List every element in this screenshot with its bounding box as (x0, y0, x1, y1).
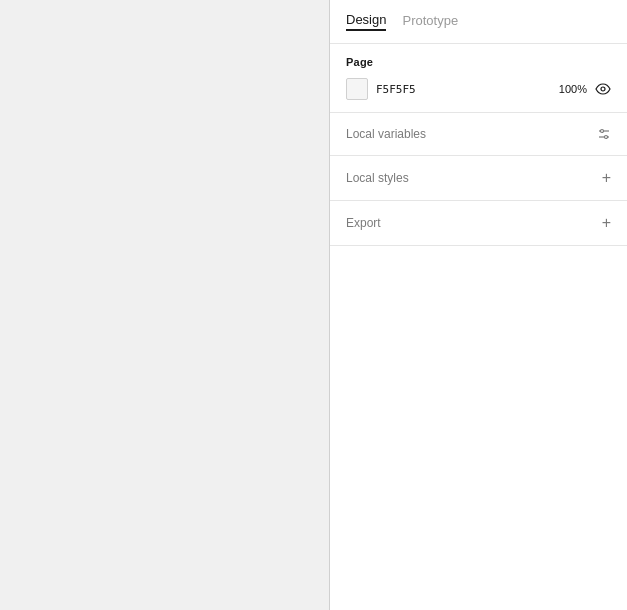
tab-bar: Design Prototype (330, 0, 627, 44)
page-opacity-value: 100% (559, 83, 587, 95)
local-variables-section[interactable]: Local variables (330, 113, 627, 156)
page-color-value: F5F5F5 (376, 83, 551, 96)
local-styles-add-icon[interactable]: + (602, 170, 611, 186)
page-section-title: Page (346, 56, 611, 68)
local-styles-label: Local styles (346, 171, 409, 185)
right-panel: Design Prototype Page F5F5F5 100% Local … (330, 0, 627, 610)
svg-point-4 (605, 136, 608, 139)
tab-design[interactable]: Design (346, 12, 386, 31)
svg-point-0 (601, 87, 605, 91)
variables-settings-icon[interactable] (597, 127, 611, 141)
export-section[interactable]: Export + (330, 201, 627, 246)
export-label: Export (346, 216, 381, 230)
tab-prototype[interactable]: Prototype (402, 13, 458, 30)
page-section: Page F5F5F5 100% (330, 44, 627, 113)
page-color-row: F5F5F5 100% (346, 78, 611, 100)
export-add-icon[interactable]: + (602, 215, 611, 231)
visibility-toggle[interactable] (595, 81, 611, 97)
canvas-area (0, 0, 330, 610)
local-variables-label: Local variables (346, 127, 426, 141)
page-color-swatch[interactable] (346, 78, 368, 100)
local-styles-section[interactable]: Local styles + (330, 156, 627, 201)
svg-point-3 (601, 130, 604, 133)
